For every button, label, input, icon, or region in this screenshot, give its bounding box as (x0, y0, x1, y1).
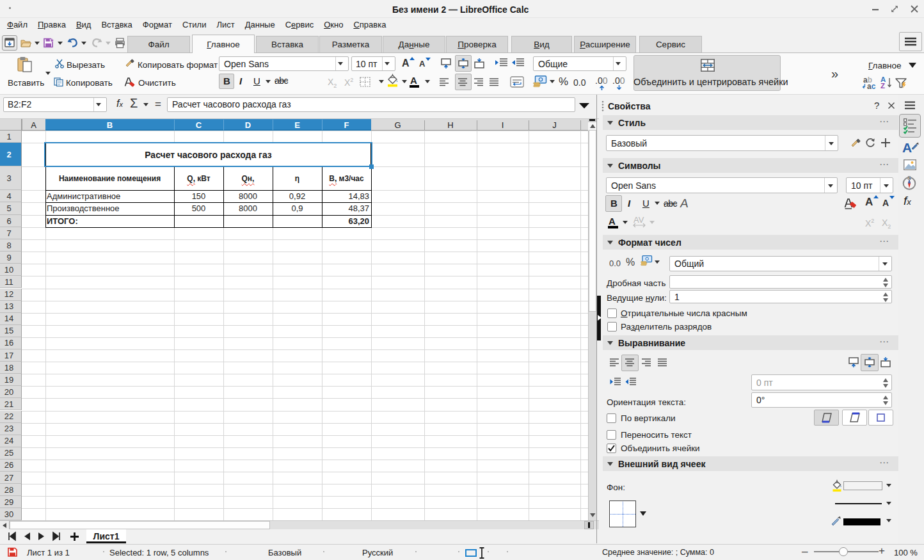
svg-text:N: N (908, 176, 911, 180)
